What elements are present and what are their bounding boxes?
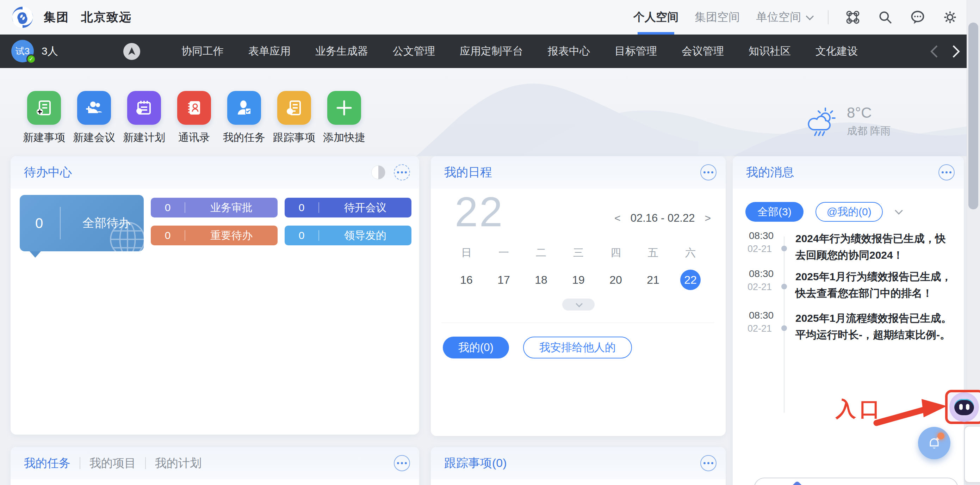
- quick-action-new-plan[interactable]: 新建计划: [127, 91, 161, 145]
- panel-title: 待办中心: [24, 164, 72, 180]
- tab-all-messages[interactable]: 全部(3): [745, 202, 803, 222]
- more-options-button[interactable]: [394, 164, 410, 180]
- ai-robot-icon: [949, 392, 979, 422]
- member-count[interactable]: 3人: [41, 35, 58, 68]
- assistant-input-pill[interactable]: [754, 478, 958, 485]
- todo-card-approval[interactable]: 0业务审批: [151, 198, 278, 217]
- nav-item-culture[interactable]: 文化建设: [816, 44, 858, 59]
- org-company-label: 北京致远: [81, 9, 132, 26]
- more-options-button[interactable]: [394, 455, 410, 471]
- tab-personal-space[interactable]: 个人空间: [633, 0, 678, 35]
- chevron-down-icon: [576, 300, 583, 307]
- search-icon[interactable]: [877, 9, 893, 26]
- nav-item-goal-mgmt[interactable]: 目标管理: [615, 44, 657, 59]
- quick-action-contacts[interactable]: 通讯录: [177, 91, 212, 145]
- quick-action-tracking[interactable]: 跟踪事项: [277, 91, 312, 145]
- date-cell[interactable]: 20: [606, 270, 626, 290]
- todo-all-count: 0: [35, 215, 43, 231]
- prev-week-arrow[interactable]: <: [614, 212, 621, 224]
- date-cell[interactable]: 21: [643, 270, 663, 290]
- more-options-button[interactable]: [700, 164, 716, 180]
- my-schedule-panel: 我的日程 22 < 02.16 - 02.22 > 日一二三四五六 16 17 …: [431, 156, 725, 436]
- more-options-button[interactable]: [939, 164, 955, 180]
- nav-item-business-builder[interactable]: 业务生成器: [315, 44, 368, 59]
- online-check-badge-icon: ✓: [26, 54, 36, 64]
- quick-action-my-tasks[interactable]: 我的任务: [227, 91, 261, 145]
- new-meeting-icon: [77, 91, 111, 125]
- todo-card-from-leaders[interactable]: 0领导发的: [285, 226, 412, 245]
- nav-item-forms[interactable]: 表单应用: [248, 44, 291, 59]
- page-scrollbar-thumb[interactable]: [968, 22, 978, 209]
- chevron-down-icon[interactable]: [895, 207, 903, 215]
- quick-action-new-meeting[interactable]: 新建会议: [77, 91, 111, 145]
- timeline-dot: [781, 325, 787, 331]
- tab-my-tasks[interactable]: 我的任务: [24, 455, 70, 471]
- date-cell[interactable]: 16: [456, 270, 477, 290]
- navigation-compass-icon[interactable]: [123, 43, 140, 60]
- dates-row: 16 17 18 19 20 21 22: [448, 270, 709, 290]
- docked-edge-widget[interactable]: [964, 426, 980, 483]
- more-options-button[interactable]: [700, 455, 716, 471]
- header-right: 个人空间 集团空间 单位空间: [633, 0, 958, 35]
- nav-scroll-arrows: [930, 35, 960, 68]
- todo-card-important[interactable]: 0重要待办: [151, 226, 278, 245]
- chevron-right-icon[interactable]: [952, 45, 960, 58]
- apps-grid-icon[interactable]: [845, 9, 861, 26]
- date-cell-selected[interactable]: 22: [680, 270, 701, 290]
- settings-gear-icon[interactable]: [942, 9, 958, 26]
- date-cell[interactable]: 18: [531, 270, 551, 290]
- tab-group-space[interactable]: 集团空间: [695, 0, 740, 35]
- filter-arranged-button[interactable]: 我安排给他人的: [523, 337, 632, 359]
- contacts-icon: [177, 91, 211, 125]
- my-tasks-header: 我的任务 我的项目 我的计划: [11, 447, 419, 479]
- tab-unit-space[interactable]: 单位空间: [756, 0, 811, 35]
- panel-title: 我的消息: [746, 164, 794, 180]
- tab-at-me-messages[interactable]: @我的(0): [816, 202, 883, 222]
- nav-item-report-center[interactable]: 报表中心: [548, 44, 590, 59]
- tab-my-plans[interactable]: 我的计划: [155, 455, 202, 471]
- globe-icon: [107, 218, 144, 251]
- nav-item-collaboration[interactable]: 协同工作: [181, 44, 224, 59]
- todo-card-meetings[interactable]: 0待开会议: [285, 198, 412, 217]
- next-week-arrow[interactable]: >: [705, 212, 711, 224]
- message-text: 2025年1月流程绩效报告已生成。平均运行时长-，超期结束比例-。: [795, 310, 953, 343]
- collapse-calendar-button[interactable]: [562, 298, 595, 311]
- nav-item-official-docs[interactable]: 公文管理: [393, 44, 435, 59]
- nav-item-meeting-mgmt[interactable]: 会议管理: [682, 44, 724, 59]
- message-bubble-icon[interactable]: [910, 9, 926, 26]
- annotation-arrow: [870, 394, 951, 429]
- notification-dot: [937, 432, 944, 440]
- date-cell[interactable]: 17: [493, 270, 514, 290]
- message-time: 08:30: [749, 310, 773, 321]
- quick-action-new-item[interactable]: 新建事项: [27, 91, 61, 145]
- date-cell[interactable]: 19: [568, 270, 589, 290]
- weather-temperature: 8°C: [847, 104, 891, 121]
- assistant-spark-icon: [791, 481, 804, 485]
- new-item-icon: [27, 91, 61, 125]
- chevron-left-icon[interactable]: [930, 45, 939, 58]
- timeline-dot: [781, 284, 787, 289]
- main-navbar: 试3 ✓ 3人 协同工作 表单应用 业务生成器 公文管理 应用定制平台 报表中心…: [0, 35, 980, 68]
- big-day-number: 22: [455, 188, 504, 236]
- tab-my-projects[interactable]: 我的项目: [89, 455, 136, 471]
- message-timeline-line: [784, 236, 784, 413]
- notification-bell-button[interactable]: [918, 427, 950, 459]
- message-text: 2024年行为绩效报告已生成，快去回顾您的协同2024！: [795, 230, 953, 263]
- filter-mine-button[interactable]: 我的(0): [443, 337, 509, 359]
- message-date: 02-21: [748, 282, 772, 292]
- my-task-icon: [227, 91, 261, 125]
- company-logo-icon[interactable]: [11, 6, 34, 29]
- weather-rain-cloud-icon: [805, 104, 840, 140]
- nav-item-knowledge[interactable]: 知识社区: [749, 44, 791, 59]
- nav-item-app-platform[interactable]: 应用定制平台: [460, 44, 523, 59]
- user-avatar[interactable]: 试3 ✓: [11, 40, 34, 62]
- todo-card-all[interactable]: 0 全部待办: [20, 195, 144, 251]
- quick-action-add-shortcut[interactable]: 添加快捷: [327, 91, 361, 145]
- panel-title: 我的日程: [444, 164, 492, 180]
- nav-menu: 协同工作 表单应用 业务生成器 公文管理 应用定制平台 报表中心 目标管理 会议…: [181, 35, 858, 68]
- weather-widget: 8°C 成都 阵雨: [805, 104, 891, 140]
- message-text: 2025年1月行为绩效报告已生成，快去查看您在部门中的排名！: [795, 268, 953, 302]
- portal-page: 集团 北京致远 个人空间 集团空间 单位空间: [0, 0, 980, 485]
- message-date: 02-21: [748, 323, 772, 334]
- contrast-toggle-icon[interactable]: [371, 165, 385, 179]
